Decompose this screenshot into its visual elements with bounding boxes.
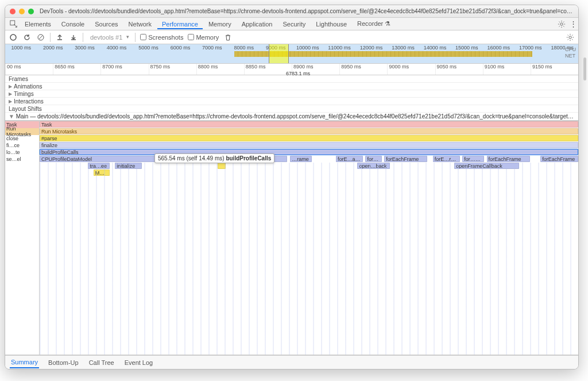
timeline-tracks: Frames ▶Animations ▶Timings ▶Interaction… — [5, 75, 578, 121]
maximize-window-icon[interactable] — [28, 9, 34, 14]
flame-buildprofilecalls[interactable]: buildProfileCalls — [40, 149, 578, 155]
tab-memory[interactable]: Memory — [204, 19, 236, 29]
flame-tail-stripes — [40, 163, 578, 355]
track-interactions[interactable]: ▶Interactions — [5, 98, 578, 105]
track-timings[interactable]: ▶Timings — [5, 90, 578, 98]
upload-icon[interactable] — [55, 33, 64, 42]
flame-cell[interactable]: forE…rame — [433, 156, 460, 162]
titlebar: DevTools - devtools://devtools/bundled/d… — [5, 5, 578, 18]
panel-settings-icon[interactable] — [566, 33, 575, 42]
track-main[interactable]: ▼ Main — devtools://devtools/bundled/dev… — [5, 113, 578, 121]
reload-record-icon[interactable] — [22, 33, 32, 42]
tab-bottom-up[interactable]: Bottom-Up — [47, 357, 80, 368]
timeline-ruler[interactable]: 00 ms 8650 ms 8700 ms 8750 ms 8800 ms 88… — [5, 64, 578, 75]
close-window-icon[interactable] — [10, 9, 16, 14]
devtools-window: DevTools - devtools://devtools/bundled/d… — [5, 5, 579, 370]
clear-icon[interactable] — [36, 33, 45, 42]
tab-security[interactable]: Security — [278, 19, 310, 29]
tab-recorder[interactable]: Recorder ⚗ — [353, 18, 395, 29]
screenshots-checkbox[interactable]: Screenshots — [140, 34, 183, 41]
flame-cell[interactable]: forEachFrame — [384, 156, 427, 162]
inspect-icon[interactable] — [9, 19, 19, 29]
svg-point-1 — [560, 22, 563, 25]
flame-tooltip: 565.54 ms (self 14.49 ms) buildProfileCa… — [154, 153, 274, 163]
track-layout-shifts[interactable]: Layout Shifts — [5, 105, 578, 113]
tab-summary[interactable]: Summary — [10, 357, 39, 368]
window-controls — [10, 9, 34, 14]
tab-sources[interactable]: Sources — [90, 19, 122, 29]
more-icon[interactable]: ⋮ — [568, 19, 578, 29]
flame-parse[interactable]: #parse — [40, 135, 578, 141]
minimize-window-icon[interactable] — [19, 9, 25, 14]
tab-elements[interactable]: Elements — [20, 19, 56, 29]
timeline-overview[interactable]: 1000 ms 2000 ms 3000 ms 4000 ms 5000 ms … — [5, 44, 578, 64]
performance-toolbar: devtools #1 Screenshots Memory — [5, 30, 578, 44]
tab-event-log[interactable]: Event Log — [123, 357, 154, 368]
track-animations[interactable]: ▶Animations — [5, 83, 578, 90]
flame-finalize[interactable]: finalize — [40, 142, 578, 148]
tab-call-tree[interactable]: Call Tree — [88, 357, 115, 368]
overview-selection[interactable] — [269, 44, 289, 63]
flame-gutter: Task Run Microtasks close fi…ce lo…te se… — [5, 121, 40, 355]
svg-point-2 — [10, 34, 16, 40]
flame-cell[interactable]: forE…ame — [336, 156, 363, 162]
flame-canvas[interactable]: Task Run Microtasks #parse finalize buil… — [40, 121, 578, 355]
svg-point-4 — [569, 36, 571, 38]
flame-cell[interactable]: for…ame — [462, 156, 484, 162]
tab-performance[interactable]: Performance — [157, 19, 203, 29]
record-icon[interactable] — [9, 33, 18, 42]
window-title: DevTools - devtools://devtools/bundled/d… — [40, 8, 574, 14]
flame-task[interactable]: Task — [40, 121, 578, 128]
flame-cell[interactable]: forEachFrame — [487, 156, 530, 162]
memory-checkbox[interactable]: Memory — [188, 34, 219, 41]
download-icon[interactable] — [69, 33, 78, 42]
profile-select[interactable]: devtools #1 — [88, 33, 130, 41]
overview-lane-labels: CPU NET — [565, 47, 576, 59]
timeline-cursor-label: 6783.1 ms — [286, 71, 310, 76]
flame-cell[interactable]: forEachFrame — [540, 156, 578, 162]
flame-cell[interactable]: …rame — [290, 156, 312, 162]
settings-icon[interactable] — [556, 19, 567, 29]
flame-chart[interactable]: Task Run Microtasks close fi…ce lo…te se… — [5, 121, 578, 355]
details-tabs: Summary Bottom-Up Call Tree Event Log — [5, 355, 578, 369]
flame-cell[interactable]: for…me — [365, 156, 381, 162]
tab-console[interactable]: Console — [57, 19, 89, 29]
trash-icon[interactable] — [223, 33, 233, 42]
tab-network[interactable]: Network — [124, 19, 156, 29]
tab-application[interactable]: Application — [237, 19, 277, 29]
tab-lighthouse[interactable]: Lighthouse — [311, 19, 351, 29]
panel-tabs: Elements Console Sources Network Perform… — [5, 18, 578, 30]
flame-microtasks[interactable]: Run Microtasks — [40, 128, 578, 134]
